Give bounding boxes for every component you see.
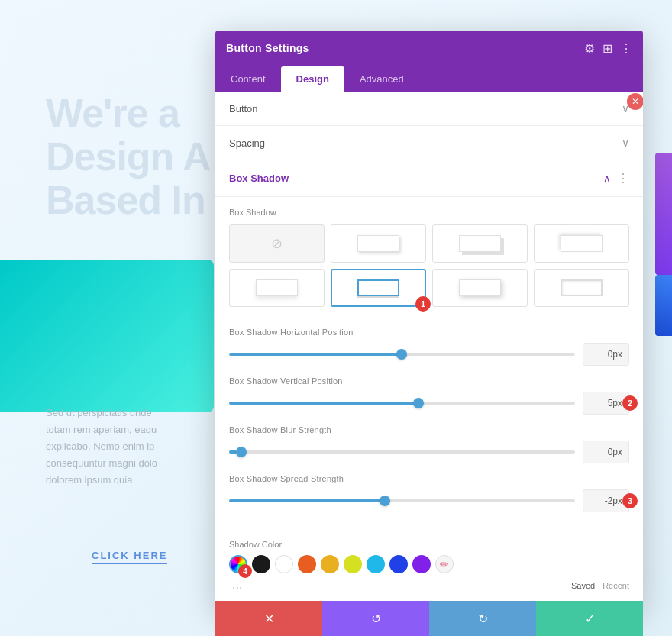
- shadow-rect-7: [561, 279, 603, 296]
- confirm-button[interactable]: ✓: [536, 601, 643, 636]
- shadow-rect-5: [357, 279, 399, 296]
- shadow-presets: Box Shadow ⊘ 1: [215, 197, 643, 318]
- box-shadow-collapse-icon[interactable]: ∧: [603, 173, 611, 184]
- panel-header: Button Settings ⚙ ⊞ ⋮: [215, 31, 643, 66]
- preset-2[interactable]: [432, 224, 528, 263]
- confirm-icon: ✓: [585, 612, 595, 626]
- spread-input-row: -2px 3: [229, 489, 629, 512]
- spacing-chevron-icon: ∨: [622, 137, 629, 149]
- tab-design[interactable]: Design: [281, 66, 344, 92]
- redo-button[interactable]: ↻: [429, 601, 536, 636]
- shadow-rect-2: [459, 235, 501, 252]
- horizontal-slider[interactable]: [229, 353, 575, 356]
- button-section-header[interactable]: Button ∨: [215, 92, 643, 126]
- bg-blue-box: [655, 275, 672, 336]
- swatch-orange[interactable]: [298, 555, 316, 573]
- panel: Button Settings ⚙ ⊞ ⋮ Content Design Adv…: [215, 31, 643, 611]
- preset-5[interactable]: 1: [331, 269, 426, 307]
- bg-teal-block: [0, 260, 214, 412]
- saved-btn[interactable]: Saved: [571, 581, 595, 595]
- badge-3: 3: [622, 493, 638, 508]
- bg-cta: CLICK HERE: [92, 550, 167, 564]
- color-section: Shadow Color 4 ✏: [215, 532, 643, 578]
- swatch-yellow[interactable]: [344, 555, 362, 573]
- shadow-rect-4: [256, 279, 298, 296]
- shadow-presets-label: Box Shadow: [229, 208, 629, 217]
- bg-body-text: Sed ut perspiciatis undetotam rem aperia…: [46, 405, 214, 489]
- delete-button[interactable]: ✕: [215, 601, 322, 636]
- preset-1[interactable]: [331, 224, 426, 263]
- blur-label: Box Shadow Blur Strength: [229, 425, 629, 434]
- spacing-section-label: Spacing: [229, 137, 265, 149]
- vertical-label: Box Shadow Vertical Position: [229, 376, 629, 386]
- blur-slider[interactable]: [229, 450, 575, 454]
- spacing-section-header[interactable]: Spacing ∨: [215, 126, 643, 160]
- badge-4: 4: [238, 564, 252, 578]
- preset-none[interactable]: ⊘: [229, 224, 325, 263]
- horizontal-label: Box Shadow Horizontal Position: [229, 328, 629, 337]
- panel-body: Button ∨ Spacing ∨ Box Shadow ∧ ⋮ Box Sh…: [215, 92, 643, 611]
- vertical-slider[interactable]: [229, 402, 575, 405]
- blur-control: Box Shadow Blur Strength 0px: [229, 425, 629, 463]
- blur-input-row: 0px: [229, 441, 629, 463]
- horizontal-input-row: 0px: [229, 343, 629, 366]
- preset-6[interactable]: [432, 269, 528, 307]
- spread-value-wrapper: -2px 3: [583, 489, 629, 512]
- panel-header-icons: ⚙ ⊞ ⋮: [584, 41, 632, 56]
- tab-advanced[interactable]: Advanced: [344, 66, 419, 92]
- box-shadow-more-icon[interactable]: ⋮: [617, 171, 629, 186]
- more-icon[interactable]: ⋮: [620, 41, 632, 56]
- swatch-blue[interactable]: [389, 555, 408, 573]
- swatch-light-blue[interactable]: [367, 555, 385, 573]
- close-button[interactable]: ✕: [627, 93, 643, 110]
- vertical-value-wrapper: 5px 2: [583, 392, 629, 415]
- spread-slider[interactable]: [229, 499, 575, 502]
- shadow-rect-6: [459, 279, 501, 296]
- vertical-value: 5px: [608, 398, 622, 408]
- swatch-purple[interactable]: [412, 555, 431, 573]
- color-picker-wrapper: 4: [229, 555, 247, 573]
- delete-icon: ✕: [264, 612, 274, 626]
- vertical-input-row: 5px 2: [229, 392, 629, 415]
- color-swatches: 4 ✏: [229, 555, 629, 573]
- preset-7[interactable]: [534, 269, 629, 307]
- bg-headline: We're aDesign ABased In: [46, 92, 210, 223]
- tab-content[interactable]: Content: [215, 66, 281, 92]
- swatch-yellow-orange[interactable]: [321, 555, 339, 573]
- reset-button[interactable]: ↺: [322, 601, 429, 636]
- shadow-rect-1: [357, 235, 399, 252]
- color-label: Shadow Color: [229, 540, 629, 549]
- more-dots[interactable]: ···: [229, 581, 245, 595]
- vertical-control: Box Shadow Vertical Position 5px 2: [229, 376, 629, 415]
- shadow-rect-3: [561, 235, 603, 252]
- box-shadow-title: Box Shadow: [229, 173, 289, 184]
- none-icon: ⊘: [271, 235, 283, 252]
- panel-title: Button Settings: [226, 42, 309, 54]
- swatch-black[interactable]: [252, 555, 270, 573]
- recent-btn[interactable]: Recent: [603, 581, 629, 595]
- horizontal-control: Box Shadow Horizontal Position 0px: [229, 328, 629, 366]
- blur-value: 0px: [583, 441, 629, 463]
- spread-label: Box Shadow Spread Strength: [229, 474, 629, 483]
- horizontal-value: 0px: [583, 343, 629, 366]
- badge-2: 2: [622, 395, 638, 411]
- redo-icon: ↻: [478, 612, 488, 626]
- preset-3[interactable]: [534, 224, 629, 263]
- reset-icon: ↺: [371, 612, 381, 626]
- box-shadow-header: Box Shadow ∧ ⋮: [215, 160, 643, 197]
- badge-1: 1: [415, 296, 431, 312]
- settings-icon[interactable]: ⚙: [584, 41, 595, 56]
- tabs: Content Design Advanced: [215, 66, 643, 92]
- swatch-pen[interactable]: ✏: [435, 555, 454, 573]
- box-shadow-icons: ∧ ⋮: [603, 171, 629, 186]
- bottom-toolbar: ✕ ↺ ↻ ✓: [215, 601, 643, 636]
- presets-grid: ⊘ 1: [229, 224, 629, 307]
- bg-purple-bar: [655, 153, 672, 275]
- grid-icon[interactable]: ⊞: [603, 41, 612, 56]
- controls-section: Box Shadow Horizontal Position 0px Box S…: [215, 318, 643, 532]
- saved-recent-row: ··· Saved Recent: [215, 578, 643, 601]
- spread-control: Box Shadow Spread Strength -2px 3: [229, 474, 629, 512]
- swatch-white[interactable]: [275, 555, 293, 573]
- button-section-label: Button: [229, 103, 258, 115]
- preset-4[interactable]: [229, 269, 325, 307]
